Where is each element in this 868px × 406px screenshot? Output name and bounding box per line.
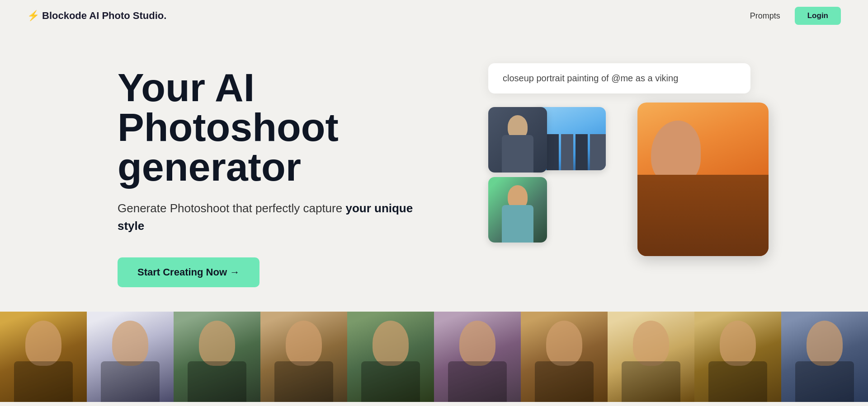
hero-title: Your AI Photoshoot generator [118,68,434,187]
gallery-item [434,312,521,402]
person-silhouette-2 [488,177,547,243]
person-silhouette-1 [488,107,547,173]
source-photos-stack [488,107,547,243]
nav-right: Prompts Login [750,7,841,25]
prompt-display-box: closeup portrait painting of @me as a vi… [488,63,750,93]
hero-subtitle-plain: Generate Photoshoot that perfectly captu… [118,201,345,215]
demo-images-area [488,107,769,261]
hero-left-content: Your AI Photoshoot generator Generate Ph… [118,59,434,287]
prompts-nav-link[interactable]: Prompts [750,11,780,21]
gallery-item [260,312,347,402]
logo-bolt-icon: ⚡ [27,10,39,22]
source-photo-1 [488,107,547,173]
hero-subtitle: Generate Photoshoot that perfectly captu… [118,200,434,235]
gallery-strip [0,312,868,402]
hero-right-demo: closeup portrait painting of @me as a vi… [470,59,787,261]
gallery-item [608,312,694,402]
gallery-item [87,312,174,402]
result-photo-viking [637,103,769,256]
gallery-item [781,312,868,402]
cta-button[interactable]: Start Creating Now → [118,257,259,287]
gallery-item [521,312,608,402]
gallery-item [694,312,781,402]
logo[interactable]: ⚡ Blockode AI Photo Studio. [27,10,166,22]
gallery-item [174,312,260,402]
logo-text: Blockode AI Photo Studio. [42,10,166,22]
source-photo-2 [488,177,547,243]
hero-section: Your AI Photoshoot generator Generate Ph… [0,32,868,312]
gallery-item [347,312,434,402]
gallery-item [0,312,87,402]
navbar: ⚡ Blockode AI Photo Studio. Prompts Logi… [0,0,868,32]
login-button[interactable]: Login [795,7,841,25]
viking-silhouette [637,103,769,256]
